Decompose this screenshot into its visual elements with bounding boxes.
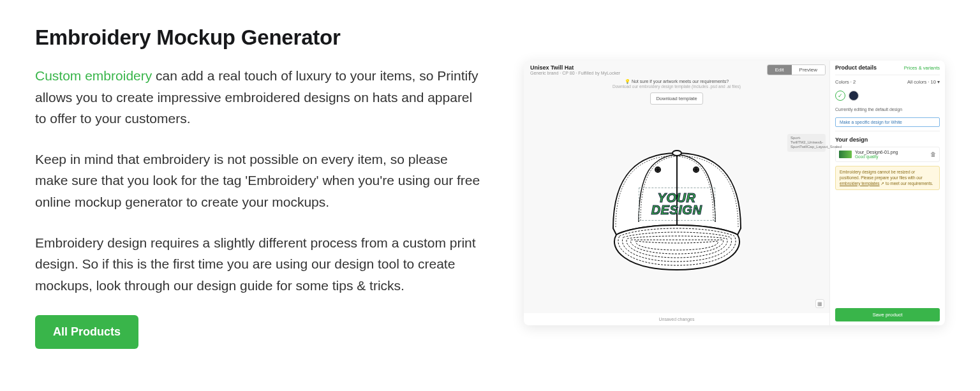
design-text-line2: DESIGN (651, 204, 702, 216)
design-meta: Your_Design6-01.png Good quality (855, 150, 927, 159)
embroidery-templates-link[interactable]: embroidery templates (840, 181, 880, 186)
editing-note: Currently editing the default design (835, 107, 940, 112)
canvas-center: Sport-TwillTM2_Unisex&-SportTwillCap_Lay… (524, 105, 829, 313)
paragraph-2: Keep in mind that embroidery is not poss… (35, 149, 482, 213)
colors-label: Colors · 2 (835, 79, 856, 85)
canvas-footer: Unsaved changes (524, 313, 829, 325)
prices-variants-link[interactable]: Prices & variants (904, 65, 940, 71)
canvas-area: Unisex Twill Hat Generic brand · CP 80 ·… (524, 61, 830, 325)
swatch-navy[interactable] (849, 91, 859, 101)
tab-preview[interactable]: Preview (792, 65, 825, 75)
page-heading: Embroidery Mockup Generator (35, 26, 482, 50)
editor-body: Unisex Twill Hat Generic brand · CP 80 ·… (524, 61, 945, 325)
paragraph-1: Custom embroidery can add a real touch o… (35, 65, 482, 129)
trash-icon[interactable]: 🗑 (930, 151, 936, 158)
divider (835, 131, 940, 131)
svg-point-4 (695, 168, 697, 171)
mode-tabs: Edit Preview (767, 64, 826, 75)
save-product-button[interactable]: Save product (835, 308, 940, 321)
divider (835, 75, 940, 75)
design-thumbnail (839, 151, 852, 158)
colors-row: Colors · 2 All colors · 10 ▾ (835, 79, 940, 85)
design-quality: Good quality (855, 154, 927, 159)
artwork-notice-text: Not sure if your artwork meets our requi… (632, 79, 729, 84)
svg-point-5 (672, 151, 681, 156)
hat-mockup: YOUR DESIGN (594, 139, 760, 279)
artwork-sub: Download our embroidery design template … (524, 84, 829, 89)
specific-design-button[interactable]: Make a specific design for White (835, 117, 940, 127)
warning-text-a: Embroidery designs cannot be resized or … (840, 170, 923, 180)
tab-edit[interactable]: Edit (768, 65, 792, 75)
warning-text-b: ↗ to meet our requirements. (880, 181, 933, 186)
sidebar-title: Product details (835, 64, 877, 71)
grid-toggle-icon[interactable]: ▦ (815, 299, 824, 308)
artwork-notice: 💡 Not sure if your artwork meets our req… (524, 79, 829, 84)
sidebar-header: Product details Prices & variants (835, 64, 940, 71)
swatch-white[interactable] (835, 91, 845, 101)
editor-screenshot: Unisex Twill Hat Generic brand · CP 80 ·… (524, 61, 945, 325)
svg-point-2 (657, 168, 659, 171)
layer-chip: Sport-TwillTM2_Unisex&-SportTwillCap_Lay… (787, 134, 826, 152)
all-products-button[interactable]: All Products (35, 315, 138, 349)
download-template-button[interactable]: Download template (650, 92, 702, 105)
screenshot-column: Unisex Twill Hat Generic brand · CP 80 ·… (507, 26, 945, 391)
print-area[interactable]: YOUR DESIGN (639, 188, 715, 221)
paragraph-3: Embroidery design requires a slightly di… (35, 232, 482, 297)
editor-sidebar: Product details Prices & variants Colors… (830, 61, 945, 325)
lightbulb-icon: 💡 (625, 79, 630, 84)
all-colors-dropdown[interactable]: All colors · 10 ▾ (907, 79, 940, 85)
color-swatches (835, 91, 940, 101)
design-file-name: Your_Design6-01.png (855, 150, 927, 154)
your-design-title: Your design (835, 136, 940, 143)
embroidery-warning: Embroidery designs cannot be resized or … (835, 166, 940, 190)
custom-embroidery-link[interactable]: Custom embroidery (35, 68, 152, 83)
design-file-item[interactable]: Your_Design6-01.png Good quality 🗑 (835, 147, 940, 162)
article-body: Embroidery Mockup Generator Custom embro… (35, 26, 482, 391)
